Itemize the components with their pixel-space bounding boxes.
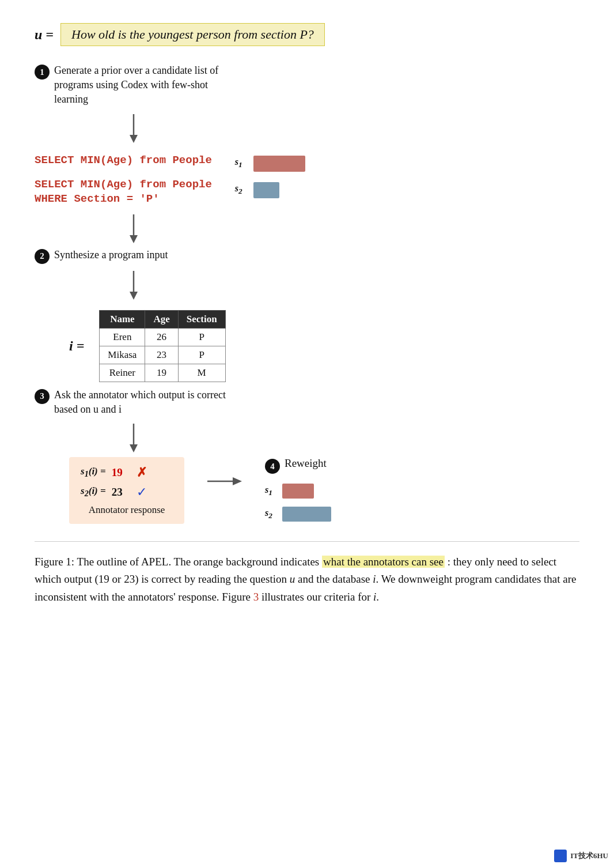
step2-block: 2 Synthesize a program input [35,248,168,264]
svg-marker-3 [130,235,138,243]
svg-marker-9 [233,477,242,485]
caption-text1: Figure 1: The outline of APEL. The orang… [35,556,322,568]
sql-bars: s1 s2 [235,156,305,198]
s1-value: 19 [112,466,123,479]
col-section: Section [178,310,225,328]
question-row: u = How old is the youngest person from … [35,23,325,46]
sql-lines: SELECT MIN(Age) from People SELECT MIN(A… [35,153,212,206]
s1-expr-label: s1(i) = [81,466,106,479]
table-row: Reiner 19 M [100,364,225,382]
response-box: s1(i) = 19 ✗ s2(i) = 23 ✓ Annotator resp… [69,457,184,524]
step4-header: 4 Reweight [265,457,327,474]
response-line-s1: s1(i) = 19 ✗ [81,465,173,480]
bar-s1-label: s1 [235,157,247,169]
arrow2 [127,214,141,246]
cell-section-1: P [178,328,225,346]
question-box: How old is the youngest person from sect… [60,23,325,46]
bottom-section: s1(i) = 19 ✗ s2(i) = 23 ✓ Annotator resp… [69,457,331,524]
figure-caption: Figure 1: The outline of APEL. The orang… [35,541,579,606]
bar-row-s1: s1 [235,156,305,172]
step3-block: 3 Ask the annotator which output is corr… [35,388,238,417]
arrow1 [127,114,141,145]
rebar-row-s1: s1 [265,484,331,499]
table-area: i = Name Age Section Eren 26 P Mikasa 23 [69,310,226,382]
sql-line2: SELECT MIN(Age) from People WHERE Sectio… [35,178,212,206]
step4-circle: 4 [265,459,280,474]
cell-age-2: 23 [145,346,178,364]
arrow-right-icon [207,474,242,488]
rebar-s1-label: s1 [265,485,276,497]
col-age: Age [145,310,178,328]
main-diagram: u = How old is the youngest person from … [35,17,579,524]
data-table: Name Age Section Eren 26 P Mikasa 23 P R… [99,310,225,382]
bar-s2-label: s2 [235,183,247,196]
cell-age-3: 19 [145,364,178,382]
sql-line1: SELECT MIN(Age) from People [35,153,212,168]
step1-text: Generate a prior over a candidate list o… [54,63,238,107]
svg-marker-1 [130,135,138,143]
step3-circle: 3 [35,389,50,404]
annotator-response-label: Annotator response [81,504,173,516]
i-equals-label: i = [69,338,84,354]
cross-icon: ✗ [137,465,147,480]
step3-text: Ask the annotator which output is correc… [54,388,238,417]
reweight-bars: s1 s2 [265,484,331,522]
s2-expr-label: s2(i) = [81,485,106,499]
cell-name-2: Mikasa [100,346,145,364]
step1-block: 1 Generate a prior over a candidate list… [35,63,238,107]
watermark: IT技术6HU [554,850,608,862]
rebar-row-s2: s2 [265,507,331,522]
rebar-s2-rect [282,507,331,522]
u-equals-label: u = [35,27,54,43]
cell-name-3: Reiner [100,364,145,382]
arrow4 [127,424,141,455]
bar-row-s2: s2 [235,182,305,198]
caption-text5: illustrates our criteria for i. [259,591,379,603]
check-icon: ✓ [137,485,147,500]
svg-marker-5 [130,292,138,300]
cell-name-1: Eren [100,328,145,346]
caption-highlight: what the annotators can see [322,556,445,568]
watermark-icon [554,850,567,862]
arrow-right-container [207,474,242,488]
watermark-label: IT技术6HU [570,851,608,861]
cell-age-1: 26 [145,328,178,346]
bar-s1-rect [253,156,305,172]
response-line-s2: s2(i) = 23 ✓ [81,485,173,500]
arrow3 [127,271,141,302]
response-section: s1(i) = 19 ✗ s2(i) = 23 ✓ Annotator resp… [69,457,184,524]
cell-section-3: M [178,364,225,382]
rebar-s1-rect [282,484,314,499]
table-row: Mikasa 23 P [100,346,225,364]
rebar-s2-label: s2 [265,508,276,520]
col-name: Name [100,310,145,328]
reweight-label: Reweight [285,457,327,470]
cell-section-2: P [178,346,225,364]
step2-circle: 2 [35,249,50,264]
sql-area: SELECT MIN(Age) from People SELECT MIN(A… [35,153,305,206]
svg-marker-7 [130,444,138,452]
step4-area: 4 Reweight s1 s2 [265,457,331,522]
step1-circle: 1 [35,65,50,80]
s2-value: 23 [112,486,123,499]
bar-s2-rect [253,182,279,198]
table-row: Eren 26 P [100,328,225,346]
figure-link[interactable]: 3 [253,591,259,603]
step2-text: Synthesize a program input [54,248,168,262]
